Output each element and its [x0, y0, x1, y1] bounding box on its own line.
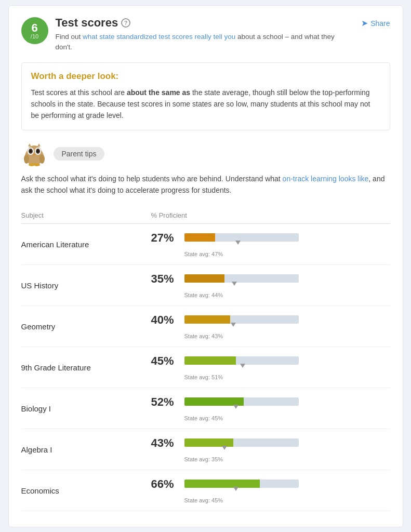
table-row: US History35%State avg: 44% — [21, 265, 390, 306]
svg-marker-9 — [28, 143, 31, 147]
score-cell: 66%State avg: 45% — [141, 470, 390, 511]
parent-tips-label: Parent tips — [54, 147, 105, 161]
score-cell: 52%State avg: 45% — [141, 388, 390, 429]
score-cell: 43%State avg: 35% — [141, 429, 390, 470]
state-avg-marker — [235, 241, 241, 245]
parent-tips-section: Parent tips Ask the school what it's doi… — [21, 141, 390, 196]
score-cell: 27%State avg: 47% — [141, 224, 390, 265]
pct-number: 35% — [151, 272, 178, 285]
parent-tips-text: Ask the school what it's doing to help s… — [21, 173, 390, 196]
header-text: Test scores ? Find out what state standa… — [56, 16, 347, 53]
score-badge: 6 /10 — [21, 17, 48, 44]
state-avg-label: State avg: 45% — [184, 497, 299, 503]
state-avg-marker — [232, 282, 237, 286]
card-header: 6 /10 Test scores ? Find out what state … — [21, 16, 390, 53]
test-scores-card: 6 /10 Test scores ? Find out what state … — [8, 5, 403, 527]
state-avg-label: State avg: 43% — [184, 333, 299, 339]
state-avg-marker — [222, 446, 227, 450]
pct-number: 52% — [151, 395, 178, 408]
table-row: 9th Grade Literature45%State avg: 51% — [21, 347, 390, 388]
col-subject: Subject — [21, 207, 141, 224]
pct-number: 27% — [151, 231, 178, 244]
help-icon[interactable]: ? — [121, 18, 130, 28]
svg-point-13 — [24, 154, 29, 164]
parent-tips-header: Parent tips — [21, 141, 390, 167]
owl-icon — [21, 141, 47, 167]
svg-marker-10 — [37, 143, 41, 147]
col-proficient: % Proficient — [141, 207, 390, 224]
svg-point-7 — [37, 150, 39, 152]
subject-name: US History — [21, 265, 141, 306]
table-row: Economics66%State avg: 45% — [21, 470, 390, 511]
state-avg-label: State avg: 44% — [184, 292, 299, 298]
state-avg-marker — [240, 364, 245, 368]
on-track-link[interactable]: on-track learning looks like — [283, 175, 369, 183]
score-numerator: 6 — [31, 22, 37, 34]
subject-name: American Literature — [21, 224, 141, 265]
bar-fill — [184, 480, 260, 488]
state-avg-label: State avg: 35% — [184, 456, 299, 462]
page-title: Test scores ? — [56, 16, 347, 30]
share-button[interactable]: ➤ Share — [361, 18, 390, 28]
subject-name: Economics — [21, 470, 141, 511]
pct-number: 45% — [151, 354, 178, 367]
state-avg-marker — [233, 405, 238, 409]
bar-fill — [184, 356, 236, 365]
share-arrow-icon: ➤ — [361, 18, 368, 28]
state-avg-label: State avg: 47% — [184, 251, 299, 257]
scores-table: Subject % Proficient American Literature… — [21, 207, 390, 511]
state-avg-marker — [233, 487, 238, 491]
subtitle-link[interactable]: what state standardized test scores real… — [83, 33, 235, 41]
pct-number: 40% — [151, 313, 178, 326]
subject-name: Algebra I — [21, 429, 141, 470]
bar-fill — [184, 315, 230, 324]
table-row: Biology I52%State avg: 45% — [21, 388, 390, 429]
state-avg-marker — [231, 323, 236, 327]
score-cell: 35%State avg: 44% — [141, 265, 390, 306]
subtitle: Find out what state standardized test sc… — [56, 32, 347, 53]
subject-name: Geometry — [21, 306, 141, 347]
state-avg-label: State avg: 51% — [184, 374, 299, 380]
deeper-look-section: Worth a deeper look: Test scores at this… — [21, 62, 390, 130]
bar-fill — [184, 233, 215, 242]
score-cell: 45%State avg: 51% — [141, 347, 390, 388]
pct-number: 66% — [151, 477, 178, 490]
header-left: 6 /10 Test scores ? Find out what state … — [21, 16, 347, 53]
table-row: American Literature27%State avg: 47% — [21, 224, 390, 265]
table-row: Geometry40%State avg: 43% — [21, 306, 390, 347]
deeper-look-heading: Worth a deeper look: — [31, 71, 380, 82]
score-cell: 40%State avg: 43% — [141, 306, 390, 347]
state-avg-label: State avg: 45% — [184, 415, 299, 421]
table-row: Algebra I43%State avg: 35% — [21, 429, 390, 470]
bar-fill — [184, 274, 224, 283]
svg-point-6 — [30, 150, 32, 152]
deeper-look-text: Test scores at this school are about the… — [31, 87, 380, 122]
subject-name: 9th Grade Literature — [21, 347, 141, 388]
svg-point-14 — [39, 154, 45, 164]
subject-name: Biology I — [21, 388, 141, 429]
pct-number: 43% — [151, 436, 178, 449]
score-denominator: /10 — [31, 34, 38, 39]
svg-point-12 — [34, 163, 40, 166]
